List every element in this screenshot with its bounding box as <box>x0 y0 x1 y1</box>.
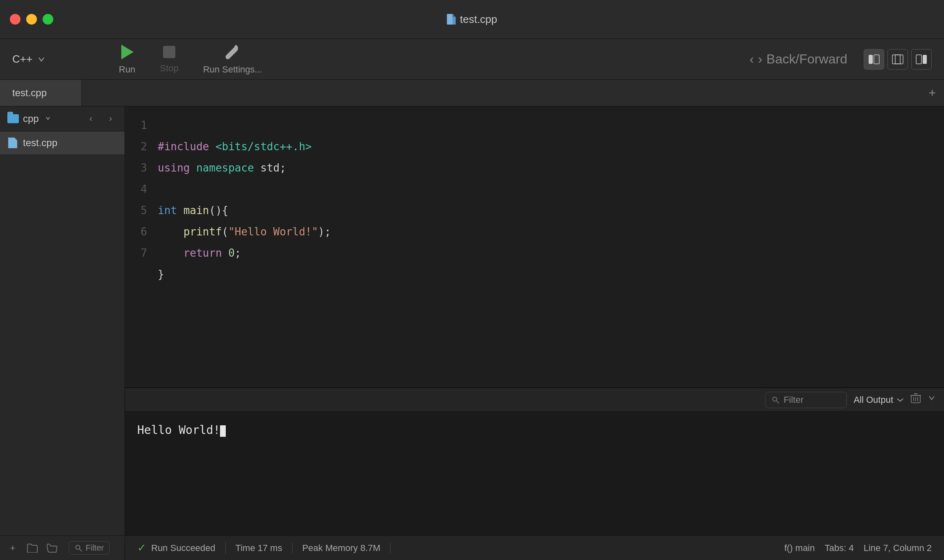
line-number-6: 6 <box>125 221 147 242</box>
clear-output-button[interactable] <box>910 393 921 406</box>
code-line-4: int main(){ <box>158 204 228 217</box>
maximize-button[interactable] <box>43 14 53 25</box>
stop-label: Stop <box>160 63 178 74</box>
line-number-5: 5 <box>125 200 147 221</box>
toolbar: C++ Run Stop Run Settings... <box>0 39 944 80</box>
view-center-button[interactable] <box>887 49 908 70</box>
run-status-section: ✓ Run Succeeded <box>137 542 226 554</box>
stop-button[interactable]: Stop <box>160 45 178 74</box>
cursor <box>220 425 226 437</box>
code-content[interactable]: #include <bits/stdc++.h> using namespace… <box>154 106 944 387</box>
svg-line-15 <box>776 401 779 403</box>
svg-point-12 <box>76 545 80 549</box>
line-number-1: 1 <box>125 115 147 136</box>
tab-label: test.cpp <box>12 87 47 99</box>
code-line-6: return 0; <box>158 247 241 259</box>
memory-label: Peak Memory 8.7M <box>302 543 381 553</box>
close-button[interactable] <box>10 14 20 25</box>
sidebar-nav: ‹ › <box>84 112 117 125</box>
forward-arrow-icon[interactable]: › <box>758 52 762 67</box>
traffic-lights <box>0 14 53 25</box>
line-numbers: 1 2 3 4 5 6 7 <box>125 106 154 387</box>
sidebar-prev-button[interactable]: ‹ <box>84 112 98 125</box>
run-success-icon: ✓ <box>137 542 146 554</box>
svg-point-5 <box>227 56 229 58</box>
play-triangle <box>120 44 134 60</box>
sidebar-next-button[interactable]: › <box>104 112 117 125</box>
sidebar: cpp ‹ › test.cpp + <box>0 106 125 560</box>
folder-add-icon <box>27 544 38 553</box>
editor-container: 1 2 3 4 5 6 7 #include <bits/stdc++.h> u… <box>125 106 944 560</box>
status-right: f() main Tabs: 4 Line 7, Column 2 <box>784 543 932 553</box>
chevron-down-output-icon <box>928 393 936 404</box>
folder-open-button[interactable] <box>45 541 59 555</box>
sidebar-folder[interactable]: cpp <box>7 113 84 124</box>
line-number-7: 7 <box>125 242 147 264</box>
add-file-button[interactable]: + <box>6 541 20 555</box>
view-right-icon <box>916 54 927 64</box>
sidebar-filter-button[interactable]: Filter <box>69 541 110 555</box>
trash-icon <box>910 393 921 404</box>
line-number-4: 4 <box>125 178 147 200</box>
sidebar-file-label: test.cpp <box>23 137 57 149</box>
folder-icon <box>7 114 19 123</box>
output-select[interactable]: All Output <box>853 395 904 405</box>
tab-test-cpp[interactable]: test.cpp <box>0 80 82 106</box>
line-number-2: 2 <box>125 136 147 157</box>
editor-area[interactable]: 1 2 3 4 5 6 7 #include <bits/stdc++.h> u… <box>125 106 944 387</box>
svg-rect-9 <box>895 55 900 64</box>
output-chevron-icon <box>896 397 904 403</box>
output-filter-input[interactable]: Filter <box>765 392 847 408</box>
run-button[interactable]: Run <box>119 44 135 75</box>
play-icon <box>120 44 134 63</box>
svg-marker-2 <box>452 14 456 17</box>
output-content: Hello World! <box>125 412 944 535</box>
svg-rect-11 <box>923 55 927 64</box>
view-right-button[interactable] <box>911 49 932 70</box>
filter-icon <box>75 544 82 552</box>
back-forward-nav[interactable]: ‹ › Back/Forward <box>749 52 847 67</box>
view-buttons <box>864 49 932 70</box>
run-settings-label: Run Settings... <box>203 64 262 75</box>
add-tab-button[interactable]: + <box>920 80 944 106</box>
svg-rect-7 <box>874 55 879 64</box>
stop-icon <box>162 45 176 61</box>
output-toolbar: Filter All Output <box>125 388 944 412</box>
memory-section: Peak Memory 8.7M <box>293 543 391 553</box>
view-center-icon <box>892 54 903 64</box>
language-selector[interactable]: C++ <box>12 53 94 65</box>
run-settings-button[interactable]: Run Settings... <box>203 44 262 75</box>
output-filter-label: Filter <box>783 395 803 405</box>
svg-rect-0 <box>447 14 453 25</box>
stop-square <box>162 45 176 59</box>
statusbar: ✓ Run Succeeded Time 17 ms Peak Memory 8… <box>125 535 944 560</box>
back-forward-label: Back/Forward <box>767 52 847 67</box>
window-title-text: test.cpp <box>460 13 497 26</box>
window-title: test.cpp <box>447 13 497 26</box>
svg-rect-6 <box>869 55 873 64</box>
svg-point-14 <box>773 397 777 401</box>
view-left-icon <box>868 54 880 64</box>
folder-open-icon <box>47 544 57 553</box>
back-arrow-icon[interactable]: ‹ <box>749 52 754 67</box>
titlebar: test.cpp <box>0 0 944 39</box>
filter-label: Filter <box>86 543 104 553</box>
sidebar-item-test-cpp[interactable]: test.cpp <box>0 131 125 154</box>
main-layout: cpp ‹ › test.cpp + <box>0 106 944 560</box>
svg-marker-3 <box>121 45 134 59</box>
time-label: Time 17 ms <box>236 543 282 553</box>
code-line-5: printf("Hello World!"); <box>158 226 331 238</box>
minimize-button[interactable] <box>26 14 37 25</box>
run-label: Run <box>119 64 135 75</box>
output-area: Filter All Output <box>125 388 944 535</box>
view-left-button[interactable] <box>864 49 884 70</box>
add-folder-button[interactable] <box>25 541 39 555</box>
output-expand-button[interactable] <box>928 393 936 406</box>
chevron-down-icon <box>37 55 45 63</box>
toolbar-right: ‹ › Back/Forward <box>749 49 932 70</box>
time-section: Time 17 ms <box>226 543 293 553</box>
tabbar: test.cpp + <box>0 80 944 106</box>
sidebar-folder-name: cpp <box>23 113 39 124</box>
run-status-text: Run Succeeded <box>151 543 216 553</box>
tabs-label: Tabs: 4 <box>825 543 854 553</box>
